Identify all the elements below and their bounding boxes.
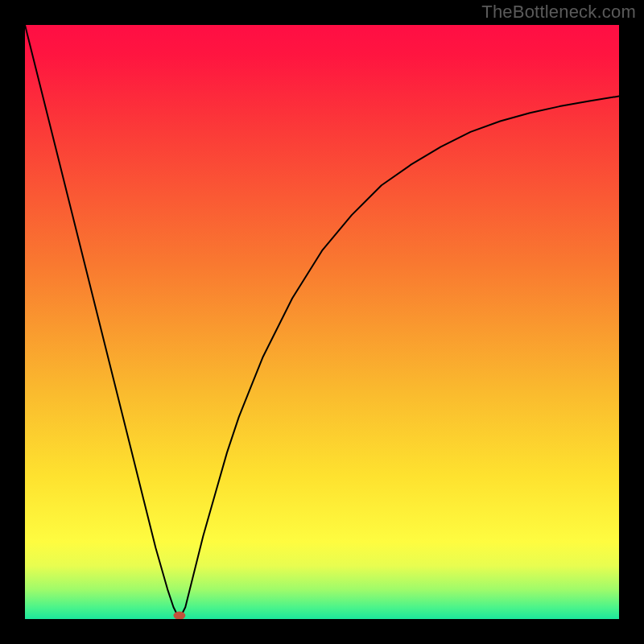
watermark-text: TheBottleneck.com — [481, 2, 636, 23]
chart-frame: TheBottleneck.com — [0, 0, 644, 644]
plot-area — [25, 25, 619, 619]
bottleneck-curve-path — [25, 25, 619, 619]
curve-svg — [25, 25, 619, 619]
